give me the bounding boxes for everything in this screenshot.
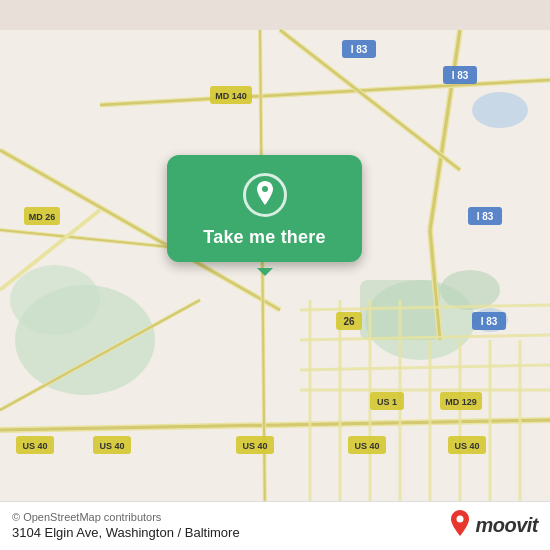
- moovit-location-icon: [449, 510, 471, 536]
- map-container: I 83 I 83 MD 140 MD 26 I 83 I 83 26 I 83…: [0, 0, 550, 550]
- svg-text:I 83: I 83: [477, 211, 494, 222]
- svg-text:MD 26: MD 26: [29, 212, 56, 222]
- svg-text:US 40: US 40: [99, 441, 124, 451]
- svg-text:MD 140: MD 140: [215, 91, 247, 101]
- take-me-there-button[interactable]: Take me there: [203, 227, 325, 248]
- moovit-pin-icon: [449, 510, 471, 540]
- svg-text:I 83: I 83: [351, 44, 368, 55]
- moovit-logo-text: moovit: [475, 514, 538, 537]
- svg-text:US 40: US 40: [454, 441, 479, 451]
- moovit-logo: moovit: [449, 510, 538, 540]
- svg-text:US 40: US 40: [22, 441, 47, 451]
- svg-text:US 40: US 40: [354, 441, 379, 451]
- svg-text:I 83: I 83: [481, 316, 498, 327]
- bottom-bar-content: © OpenStreetMap contributors 3104 Elgin …: [12, 511, 449, 540]
- location-icon-circle: [243, 173, 287, 217]
- svg-point-69: [262, 186, 268, 192]
- address-display: 3104 Elgin Ave, Washington / Baltimore: [12, 525, 449, 540]
- svg-point-70: [457, 516, 464, 523]
- svg-text:MD 129: MD 129: [445, 397, 477, 407]
- svg-point-2: [440, 270, 500, 310]
- svg-text:I 83: I 83: [452, 70, 469, 81]
- svg-point-4: [10, 265, 100, 335]
- svg-point-6: [472, 92, 528, 128]
- map-background: I 83 I 83 MD 140 MD 26 I 83 I 83 26 I 83…: [0, 0, 550, 550]
- svg-text:26: 26: [343, 316, 355, 327]
- bottom-bar: © OpenStreetMap contributors 3104 Elgin …: [0, 501, 550, 550]
- navigation-popup: Take me there: [167, 155, 362, 262]
- svg-text:US 40: US 40: [242, 441, 267, 451]
- svg-text:US 1: US 1: [377, 397, 397, 407]
- location-pin-icon: [253, 181, 277, 209]
- copyright-text: © OpenStreetMap contributors: [12, 511, 449, 523]
